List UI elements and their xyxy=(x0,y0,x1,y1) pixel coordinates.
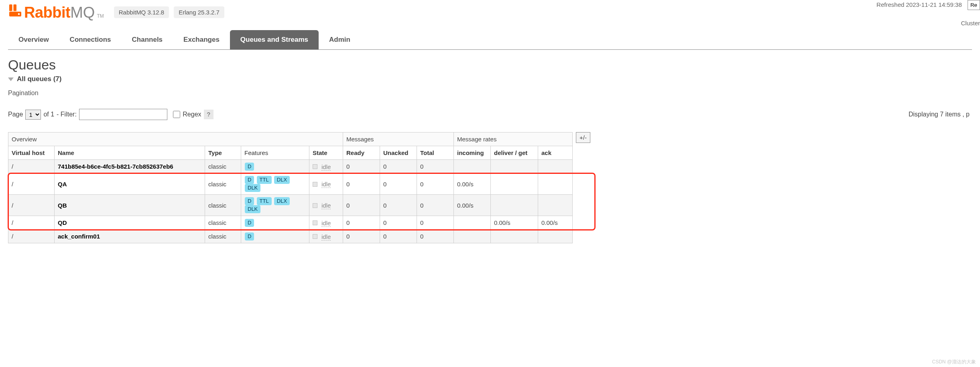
regex-help[interactable]: ? xyxy=(204,110,213,119)
cell-features: D TTL DLX DLK xyxy=(241,173,309,195)
cell-total: 0 xyxy=(417,173,454,195)
pagination-row: Page 1 of 1 - Filter: Regex ? Displaying… xyxy=(8,109,972,120)
feature-badge: D xyxy=(245,232,254,241)
queue-link[interactable]: QD xyxy=(58,219,67,226)
cell-vhost: / xyxy=(8,195,55,216)
col-vhost[interactable]: Virtual host xyxy=(8,146,55,160)
col-features[interactable]: Features xyxy=(241,146,309,160)
table-row: /QBclassicD TTL DLX DLKidle0000.00/s xyxy=(8,195,573,216)
svg-point-3 xyxy=(18,13,20,15)
feature-badge: D xyxy=(245,219,254,227)
table-row: /741b85e4-b6ce-4fc5-b821-7cb852637eb6cla… xyxy=(8,160,573,173)
svg-rect-1 xyxy=(14,4,17,11)
cell-ack xyxy=(538,230,573,243)
cell-ready: 0 xyxy=(343,160,380,173)
cell-features: D xyxy=(241,230,309,243)
cell-features: D xyxy=(241,160,309,173)
cell-ready: 0 xyxy=(343,173,380,195)
col-type[interactable]: Type xyxy=(205,146,241,160)
cell-deliver-get xyxy=(491,160,538,173)
tab-queues-and-streams[interactable]: Queues and Streams xyxy=(230,30,319,49)
cell-ack xyxy=(538,160,573,173)
filter-input[interactable] xyxy=(79,109,167,120)
col-deliver-get[interactable]: deliver / get xyxy=(491,146,538,160)
queue-link[interactable]: QB xyxy=(58,202,67,209)
cell-unacked: 0 xyxy=(380,160,417,173)
columns-toggle-button[interactable]: +/- xyxy=(576,132,590,143)
queue-link[interactable]: QA xyxy=(58,181,67,188)
feature-badge: D xyxy=(245,163,254,171)
cell-unacked: 0 xyxy=(380,195,417,216)
cell-vhost: / xyxy=(8,216,55,230)
logo-text-rabbit: Rabbit xyxy=(24,4,70,21)
cell-deliver-get xyxy=(491,195,538,216)
cell-deliver-get: 0.00/s xyxy=(491,216,538,230)
cell-incoming: 0.00/s xyxy=(454,195,491,216)
logo[interactable]: RabbitMQ TM xyxy=(8,3,104,21)
group-header-row: Overview Messages Message rates xyxy=(8,133,573,146)
cell-state: idle xyxy=(309,195,343,216)
version-rabbitmq: RabbitMQ 3.12.8 xyxy=(114,6,169,18)
cell-total: 0 xyxy=(417,160,454,173)
feature-badge: TTL xyxy=(257,176,272,184)
col-name[interactable]: Name xyxy=(55,146,205,160)
cell-vhost: / xyxy=(8,230,55,243)
col-total[interactable]: Total xyxy=(417,146,454,160)
tab-admin[interactable]: Admin xyxy=(319,30,361,49)
column-header-row: Virtual host Name Type Features State Re… xyxy=(8,146,573,160)
table-row: /QDclassicDidle0000.00/s0.00/s xyxy=(8,216,573,230)
cell-name: QA xyxy=(55,173,205,195)
cell-ready: 0 xyxy=(343,195,380,216)
state-text: idle xyxy=(321,163,331,171)
rabbitmq-icon xyxy=(8,3,22,18)
displaying-count: Displaying 7 items , p xyxy=(909,111,970,118)
state-text: idle xyxy=(321,202,331,209)
tab-exchanges[interactable]: Exchanges xyxy=(173,30,230,49)
feature-badge: DLK xyxy=(245,205,260,213)
state-text: idle xyxy=(321,181,331,188)
tab-overview[interactable]: Overview xyxy=(8,30,59,49)
feature-badge: DLX xyxy=(274,176,290,184)
page-title: Queues xyxy=(8,57,972,73)
state-text: idle xyxy=(321,233,331,241)
cell-state: idle xyxy=(309,160,343,173)
group-overview: Overview xyxy=(8,133,343,146)
queues-table: Overview Messages Message rates Virtual … xyxy=(8,132,573,243)
col-unacked[interactable]: Unacked xyxy=(380,146,417,160)
page-word: Page xyxy=(8,111,23,118)
cell-incoming xyxy=(454,160,491,173)
table-row: /ack_confirm01classicDidle000 xyxy=(8,230,573,243)
cell-unacked: 0 xyxy=(380,230,417,243)
col-state[interactable]: State xyxy=(309,146,343,160)
col-incoming[interactable]: incoming xyxy=(454,146,491,160)
col-ready[interactable]: Ready xyxy=(343,146,380,160)
svg-rect-0 xyxy=(9,4,12,11)
cell-incoming xyxy=(454,230,491,243)
all-queues-toggle[interactable]: All queues (7) xyxy=(8,75,972,83)
state-indicator-icon xyxy=(313,234,317,239)
main-tabs: OverviewConnectionsChannelsExchangesQueu… xyxy=(8,30,972,50)
page-select[interactable]: 1 xyxy=(25,110,41,120)
queue-link[interactable]: 741b85e4-b6ce-4fc5-b821-7cb852637eb6 xyxy=(58,163,173,170)
tab-channels[interactable]: Channels xyxy=(122,30,173,49)
state-indicator-icon xyxy=(313,164,317,169)
feature-badge: DLX xyxy=(274,197,290,205)
tab-connections[interactable]: Connections xyxy=(59,30,122,49)
table-row: /QAclassicD TTL DLX DLKidle0000.00/s xyxy=(8,173,573,195)
refresh-button[interactable]: Re xyxy=(968,0,980,10)
feature-badge: DLK xyxy=(245,184,260,192)
feature-badge: D xyxy=(245,176,254,184)
cell-type: classic xyxy=(205,195,241,216)
cell-ack xyxy=(538,195,573,216)
regex-checkbox[interactable] xyxy=(173,111,180,118)
refreshed-time: Refreshed 2023-11-21 14:59:38 xyxy=(874,0,964,10)
cell-name: QD xyxy=(55,216,205,230)
queue-link[interactable]: ack_confirm01 xyxy=(58,233,100,240)
filter-label: - Filter: xyxy=(57,111,77,118)
topbar: RabbitMQ TM RabbitMQ 3.12.8 Erlang 25.3.… xyxy=(0,0,980,21)
cell-vhost: / xyxy=(8,173,55,195)
cell-type: classic xyxy=(205,230,241,243)
col-ack[interactable]: ack xyxy=(538,146,573,160)
cell-deliver-get xyxy=(491,173,538,195)
cell-state: idle xyxy=(309,230,343,243)
